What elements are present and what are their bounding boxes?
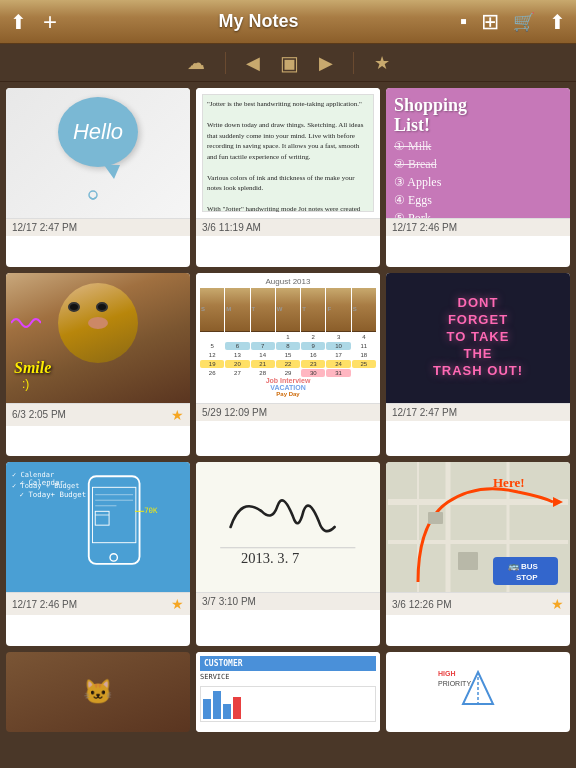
- cloud-icon[interactable]: ☁: [187, 52, 205, 74]
- note7-background: ✓ Calendar ✓ Today+ Budget 70K ✓ Calenda…: [6, 462, 190, 592]
- note10-background: 🐱: [6, 652, 190, 732]
- eye-right: [96, 302, 108, 312]
- header-right-actions: ▪ ⊞ 🛒 ⬆: [460, 9, 566, 35]
- note4-background: Smile :): [6, 273, 190, 403]
- header-left-actions: ⬆ +: [10, 8, 57, 36]
- bar-4: [233, 697, 241, 719]
- note6-footer: 12/17 2:47 PM: [386, 403, 570, 421]
- speech-bubble: Hello: [58, 97, 138, 167]
- svg-rect-27: [428, 512, 443, 524]
- next-arrow-icon[interactable]: ▶: [319, 52, 333, 74]
- smiley-svg: [83, 185, 113, 205]
- note2-footer: 3/6 11:19 AM: [196, 218, 380, 236]
- bar-1: [203, 699, 211, 719]
- svg-text:Here!: Here!: [493, 475, 525, 490]
- note7-footer: 12/17 2:46 PM ★: [6, 592, 190, 615]
- add-note-icon[interactable]: +: [43, 8, 57, 36]
- note9-timestamp: 3/6 12:26 PM: [392, 599, 451, 610]
- grid-view-icon[interactable]: ⊞: [481, 9, 499, 35]
- note-cell-6[interactable]: DONTFORGETTO TAKETHETRASH OUT! 12/17 2:4…: [386, 273, 570, 457]
- svg-rect-28: [458, 552, 478, 570]
- smile-emoji: :): [22, 377, 29, 391]
- note-cell-12[interactable]: HIGH PRIORITY: [386, 652, 570, 732]
- note6-background: DONTFORGETTO TAKETHETRASH OUT!: [386, 273, 570, 403]
- note-cell-5[interactable]: August 2013 SMTWTFS 1234 567891011 12131…: [196, 273, 380, 457]
- list-view-icon[interactable]: ▪: [460, 10, 467, 33]
- note-cell-4[interactable]: Smile :) 6/3 2:05 PM ★: [6, 273, 190, 457]
- signature-svg: 2013. 3. 7: [205, 475, 371, 579]
- note2-content: "Jotter is the best handwriting note-tak…: [202, 94, 374, 212]
- svg-text:HIGH: HIGH: [438, 670, 456, 677]
- bar-chart: [203, 689, 373, 719]
- svg-text:STOP: STOP: [516, 573, 538, 582]
- share-icon[interactable]: ⬆: [549, 10, 566, 34]
- calendar-header: August 2013: [200, 277, 376, 286]
- app-header: ⬆ + My Notes ▪ ⊞ 🛒 ⬆: [0, 0, 576, 44]
- calendar-event-vacation: VACATION: [200, 384, 376, 391]
- note4-star: ★: [171, 407, 184, 423]
- svg-rect-7: [95, 511, 109, 525]
- note-cell-8[interactable]: 2013. 3. 7 3/7 3:10 PM: [196, 462, 380, 646]
- smile-label: Smile: [14, 359, 51, 377]
- toolbar-divider-1: [225, 52, 226, 74]
- note3-timestamp: 12/17 2:46 PM: [392, 222, 457, 233]
- wireframe-label-calendar: ✓ Calendar: [12, 470, 79, 481]
- note-cell-11[interactable]: CUSTOMER SERVICE: [196, 652, 380, 732]
- note11-text: SERVICE: [200, 673, 376, 683]
- toolbar-divider-2: [353, 52, 354, 74]
- shopping-item-apples: ③ Apples: [394, 175, 562, 190]
- note5-footer: 5/29 12:09 PM: [196, 403, 380, 421]
- smile-section: Smile :): [6, 359, 190, 391]
- note9-footer: 3/6 12:26 PM ★: [386, 592, 570, 615]
- back-icon[interactable]: ⬆: [10, 10, 27, 34]
- note12-chart-svg: HIGH PRIORITY: [433, 664, 523, 719]
- note-cell-10[interactable]: 🐱: [6, 652, 190, 732]
- shopping-item-pork: ⑤ Pork: [394, 211, 562, 218]
- note4-timestamp: 6/3 2:05 PM: [12, 409, 66, 420]
- note-cell-2[interactable]: "Jotter is the best handwriting note-tak…: [196, 88, 380, 267]
- note11-content: CUSTOMER SERVICE: [200, 656, 376, 723]
- star-filter-icon[interactable]: ★: [374, 52, 390, 74]
- eye-left: [68, 302, 80, 312]
- note-cell-1[interactable]: Hello 12/17 2:47 PM: [6, 88, 190, 267]
- notes-grid: Hello 12/17 2:47 PM "Jotter is the best …: [0, 82, 576, 768]
- cart-icon[interactable]: 🛒: [513, 11, 535, 33]
- squiggle-icon: [11, 313, 41, 333]
- map-svg: Here! 🚌 BUS STOP: [386, 462, 570, 592]
- svg-text:BUS: BUS: [521, 562, 539, 571]
- note12-background: HIGH PRIORITY: [386, 652, 570, 732]
- note9-star: ★: [551, 596, 564, 612]
- bar-3: [223, 704, 231, 719]
- cat-placeholder: 🐱: [83, 678, 113, 706]
- app-title: My Notes: [57, 11, 460, 32]
- note-cell-3[interactable]: ShoppingList! ① Milk ② Bread ③ Apples ④ …: [386, 88, 570, 267]
- note5-timestamp: 5/29 12:09 PM: [202, 407, 267, 418]
- svg-text:70K: 70K: [144, 506, 158, 515]
- note4-footer: 6/3 2:05 PM ★: [6, 403, 190, 426]
- hello-text: Hello: [73, 119, 123, 145]
- note9-background: Here! 🚌 BUS STOP: [386, 462, 570, 592]
- svg-text:PRIORITY: PRIORITY: [438, 680, 471, 687]
- note1-background: Hello: [6, 88, 190, 218]
- smiley-face: [83, 185, 113, 209]
- reminder-text: DONTFORGETTO TAKETHETRASH OUT!: [433, 295, 523, 379]
- note6-timestamp: 12/17 2:47 PM: [392, 407, 457, 418]
- wireframe-label-budget: ✓ Today + Budget: [12, 481, 79, 492]
- note1-footer: 12/17 2:47 PM: [6, 218, 190, 236]
- calendar-event-payday: Pay Day: [200, 391, 376, 397]
- wireframe-labels: ✓ Calendar ✓ Today + Budget: [12, 470, 79, 491]
- note5-background: August 2013 SMTWTFS 1234 567891011 12131…: [196, 273, 380, 403]
- calendar-grid: SMTWTFS 1234 567891011 12131415161718 19…: [200, 288, 376, 377]
- panel-view-icon[interactable]: ▣: [280, 51, 299, 75]
- prev-arrow-icon[interactable]: ◀: [246, 52, 260, 74]
- note2-timestamp: 3/6 11:19 AM: [202, 222, 261, 233]
- toolbar: ☁ ◀ ▣ ▶ ★: [0, 44, 576, 82]
- note3-footer: 12/17 2:46 PM: [386, 218, 570, 236]
- nose: [88, 317, 108, 329]
- note-cell-9[interactable]: Here! 🚌 BUS STOP 3/6 12:26 PM ★: [386, 462, 570, 646]
- note8-timestamp: 3/7 3:10 PM: [202, 596, 256, 607]
- note7-star: ★: [171, 596, 184, 612]
- animal-face: [58, 283, 138, 363]
- note-cell-7[interactable]: ✓ Calendar ✓ Today+ Budget 70K ✓ Calenda…: [6, 462, 190, 646]
- svg-text:2013. 3. 7: 2013. 3. 7: [241, 550, 299, 566]
